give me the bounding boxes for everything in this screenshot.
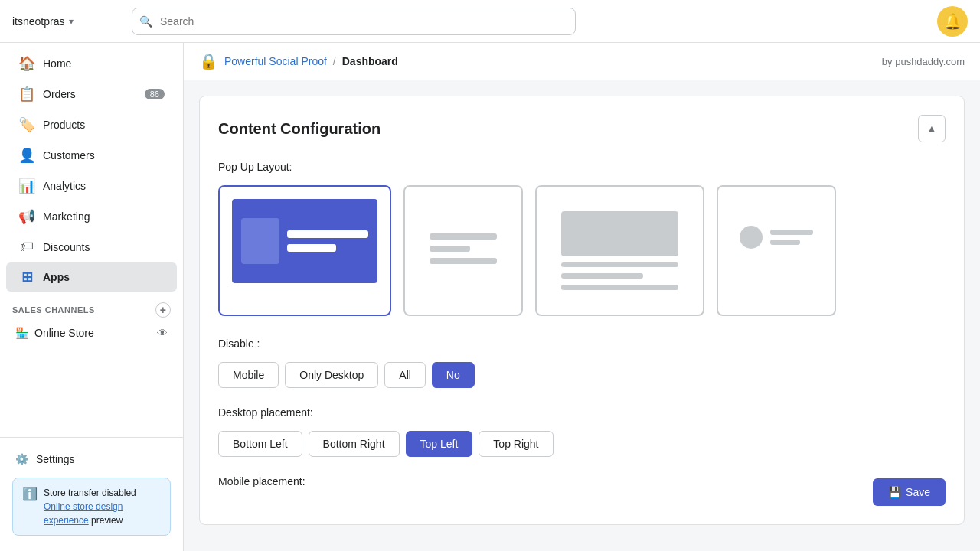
desktop-placement-section: Desktop placement: Bottom Left Bottom Ri… [218, 406, 946, 457]
notice-preview: preview [89, 515, 123, 526]
disable-all-button[interactable]: All [384, 362, 426, 388]
breadcrumb: 🔒 Powerful Social Proof / Dashboard [199, 52, 398, 70]
disable-label: Disable : [218, 337, 946, 350]
customers-icon: 👤 [18, 147, 35, 164]
sidebar-label-orders: Orders [43, 88, 76, 100]
search-container: 🔍 [132, 8, 576, 35]
layout-line [561, 262, 678, 268]
disable-only-desktop-button[interactable]: Only Desktop [285, 362, 378, 388]
sidebar-item-orders[interactable]: 📋 Orders 86 [6, 80, 177, 109]
disable-no-button[interactable]: No [432, 362, 475, 388]
settings-icon: ⚙️ [15, 453, 28, 465]
content-config-card: Content Configuration ▲ Pop Up Layout: [199, 96, 965, 525]
layout-card-4[interactable] [717, 185, 836, 316]
desktop-placement-label: Desktop placement: [218, 406, 946, 419]
sales-channels-add-button[interactable]: + [155, 302, 171, 318]
layout-preview-4-circle [740, 226, 763, 249]
breadcrumb-app-link[interactable]: Powerful Social Proof [224, 55, 327, 67]
layout-line [287, 230, 368, 238]
desktop-placement-btn-group: Bottom Left Bottom Right Top Left Top Ri… [218, 431, 946, 457]
disable-section: Disable : Mobile Only Desktop All No [218, 337, 946, 388]
layout-preview-1 [232, 199, 377, 283]
main-content: 🔒 Powerful Social Proof / Dashboard by p… [184, 43, 980, 551]
content-area: Content Configuration ▲ Pop Up Layout: [184, 80, 980, 540]
layout-preview-4-lines [770, 230, 813, 245]
products-icon: 🏷️ [18, 116, 35, 133]
search-input[interactable] [132, 8, 576, 35]
save-label: Save [906, 486, 930, 498]
search-icon: 🔍 [139, 15, 152, 28]
popup-layout-section: Pop Up Layout: [218, 161, 946, 316]
topbar: itsneotpras ▾ 🔍 🔔 [0, 0, 980, 43]
orders-badge: 86 [145, 89, 165, 99]
mobile-placement-label: Mobile placement: [218, 475, 946, 487]
home-icon: 🏠 [18, 55, 35, 72]
topbar-right: 🔔 [937, 6, 968, 37]
sidebar-label-apps: Apps [43, 271, 70, 283]
layout-card-group [218, 185, 946, 316]
info-icon: ℹ️ [22, 487, 38, 501]
sidebar-label-marketing: Marketing [43, 210, 90, 223]
notification-bell[interactable]: 🔔 [937, 6, 968, 37]
placement-top-left-button[interactable]: Top Left [406, 431, 473, 457]
sidebar-item-online-store[interactable]: 🏪 Online Store 👁 [6, 321, 177, 345]
layout-line [430, 233, 497, 240]
mobile-placement-section: Mobile placement: [218, 475, 946, 487]
store-chevron-icon: ▾ [69, 16, 74, 27]
breadcrumb-current: Dashboard [342, 55, 398, 67]
collapse-icon: ▲ [926, 122, 937, 135]
layout-card-1-inner [220, 187, 390, 295]
layout-line-short [430, 246, 470, 252]
sidebar-item-marketing[interactable]: 📢 Marketing [6, 202, 177, 231]
sidebar-item-discounts[interactable]: 🏷 Discounts [6, 233, 177, 261]
breadcrumb-bar: 🔒 Powerful Social Proof / Dashboard by p… [184, 43, 980, 80]
layout-preview-3-image [561, 211, 678, 256]
layout-line [430, 258, 497, 264]
disable-mobile-button[interactable]: Mobile [218, 362, 279, 388]
breadcrumb-separator: / [333, 55, 336, 67]
eye-icon[interactable]: 👁 [157, 327, 168, 339]
layout-line [561, 285, 678, 290]
save-button[interactable]: 💾 Save [873, 478, 946, 506]
layout-line-short [561, 273, 643, 279]
notice-title: Store transfer disabled [44, 487, 136, 498]
sidebar-item-analytics[interactable]: 📊 Analytics [6, 171, 177, 201]
sidebar-item-apps[interactable]: ⊞ Apps [6, 262, 177, 292]
sidebar-nav: 🏠 Home 📋 Orders 86 🏷️ Products 👤 Custome… [0, 43, 183, 437]
analytics-icon: 📊 [18, 178, 35, 194]
layout-card-1[interactable] [218, 185, 391, 316]
sidebar-label-online-store: Online Store [34, 327, 94, 339]
marketing-icon: 📢 [18, 208, 35, 225]
sidebar-footer: ⚙️ Settings ℹ️ Store transfer disabled O… [0, 437, 183, 551]
sales-channels-label: SALES CHANNELS [12, 305, 95, 315]
sidebar-item-customers[interactable]: 👤 Customers [6, 141, 177, 170]
sidebar-item-products[interactable]: 🏷️ Products [6, 110, 177, 139]
discounts-icon: 🏷 [18, 239, 35, 255]
sidebar: 🏠 Home 📋 Orders 86 🏷️ Products 👤 Custome… [0, 43, 184, 551]
sales-channels-section: SALES CHANNELS + [0, 293, 183, 321]
placement-bottom-right-button[interactable]: Bottom Right [309, 431, 400, 457]
breadcrumb-by: by pushdaddy.com [882, 56, 965, 67]
layout-card-4-inner [718, 187, 835, 288]
layout: 🏠 Home 📋 Orders 86 🏷️ Products 👤 Custome… [0, 43, 980, 551]
sidebar-label-home: Home [43, 57, 71, 70]
layout-card-2[interactable] [403, 185, 523, 316]
sidebar-label-customers: Customers [43, 149, 95, 161]
layout-preview-1-image [241, 218, 279, 264]
layout-card-3[interactable] [535, 185, 704, 316]
layout-line [770, 230, 813, 235]
layout-preview-3 [549, 199, 691, 302]
sidebar-item-settings[interactable]: ⚙️ Settings [6, 447, 177, 471]
sidebar-item-home[interactable]: 🏠 Home [6, 49, 177, 78]
sidebar-notice-header: ℹ️ Store transfer disabled Online store … [22, 486, 161, 527]
layout-line-short [770, 240, 800, 245]
card-title: Content Configuration [218, 120, 381, 138]
placement-top-right-button[interactable]: Top Right [479, 431, 553, 457]
sidebar-notice: ℹ️ Store transfer disabled Online store … [12, 478, 171, 536]
sidebar-label-discounts: Discounts [43, 241, 90, 253]
collapse-button[interactable]: ▲ [918, 115, 946, 142]
store-selector[interactable]: itsneotpras ▾ [12, 15, 119, 28]
layout-line-short [287, 244, 336, 252]
placement-bottom-left-button[interactable]: Bottom Left [218, 431, 302, 457]
save-disk-icon: 💾 [888, 486, 901, 498]
